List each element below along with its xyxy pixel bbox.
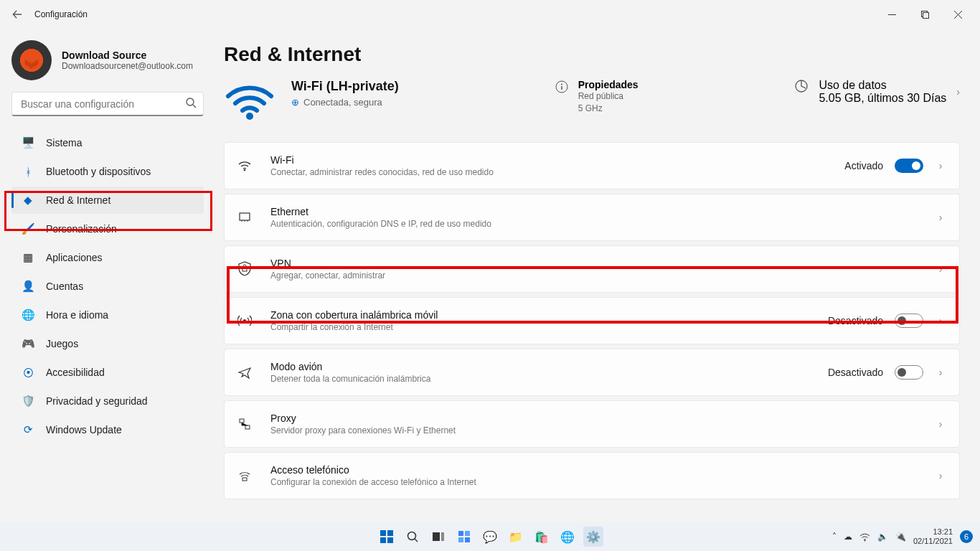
- svg-point-18: [408, 532, 416, 540]
- wifi-state-label: Activado: [844, 160, 883, 171]
- svg-rect-23: [458, 537, 463, 542]
- chat-button[interactable]: 💬: [480, 527, 500, 547]
- tray-onedrive-icon[interactable]: ☁: [844, 532, 852, 542]
- close-button[interactable]: [941, 3, 974, 26]
- taskbar-search-button[interactable]: [402, 527, 423, 547]
- card-sub: Agregar, conectar, administrar: [270, 270, 935, 281]
- accessibility-icon: ⦿: [20, 367, 36, 379]
- card-sub: Servidor proxy para conexiones Wi-Fi y E…: [270, 425, 935, 435]
- tray-battery-icon[interactable]: 🔌: [895, 532, 906, 542]
- nav-label: Privacidad y seguridad: [46, 395, 148, 407]
- nav-item-sistema[interactable]: 🖥️Sistema: [11, 129, 204, 156]
- svg-rect-22: [465, 531, 470, 536]
- card-sub: Autenticación, configuración DNS e IP, r…: [270, 219, 935, 229]
- explorer-button[interactable]: 📁: [506, 527, 526, 547]
- nav-item-privacidad[interactable]: 🛡️Privacidad y seguridad: [11, 387, 204, 415]
- chevron-right-icon: ›: [935, 212, 946, 223]
- maximize-button[interactable]: [908, 3, 941, 26]
- svg-point-7: [244, 169, 246, 171]
- edge-button[interactable]: 🌐: [557, 527, 578, 547]
- task-view-button[interactable]: [428, 527, 448, 547]
- wifi-toggle[interactable]: [895, 159, 923, 173]
- airplane-icon: [237, 365, 258, 380]
- wifi-status-block[interactable]: Wi-Fi (LH-private) ⊕Conectada, segura: [224, 79, 399, 122]
- svg-rect-9: [242, 268, 247, 271]
- chevron-right-icon: ›: [935, 263, 946, 275]
- back-button[interactable]: [6, 3, 29, 26]
- widgets-button[interactable]: [454, 527, 474, 547]
- nav-label: Cuentas: [46, 281, 83, 292]
- card-sub: Conectar, administrar redes conocidas, r…: [270, 167, 844, 177]
- card-wifi[interactable]: Wi-FiConectar, administrar redes conocid…: [224, 142, 960, 189]
- nav-item-juegos[interactable]: 🎮Juegos: [11, 330, 204, 357]
- card-proxy[interactable]: ProxyServidor proxy para conexiones Wi-F…: [224, 400, 960, 448]
- wifi-status-sub: ⊕Conectada, segura: [291, 97, 399, 108]
- account-email: Downloadsourcenet@outlook.com: [62, 61, 193, 71]
- nav-label: Juegos: [46, 338, 78, 349]
- nav-label: Hora e idioma: [46, 309, 108, 321]
- card-title: Zona con cobertura inalámbrica móvil: [270, 309, 828, 321]
- search-input[interactable]: [11, 92, 204, 116]
- svg-rect-21: [458, 531, 463, 536]
- start-button[interactable]: [377, 527, 397, 547]
- nav-item-red-internet[interactable]: ◆Red & Internet: [11, 187, 204, 214]
- wifi-icon: ◆: [20, 194, 36, 207]
- nav-item-aplicaciones[interactable]: ▦Aplicaciones: [11, 244, 204, 271]
- svg-rect-13: [242, 478, 247, 481]
- nav-label: Accesibilidad: [46, 367, 105, 378]
- properties-block[interactable]: Propiedades Red pública 5 GHz: [555, 79, 639, 115]
- nav-list: 🖥️Sistema ᚼBluetooth y dispositivos ◆Red…: [11, 129, 204, 443]
- nav-label: Personalización: [46, 223, 117, 235]
- card-ethernet[interactable]: EthernetAutenticación, configuración DNS…: [224, 194, 960, 241]
- tray-wifi-icon[interactable]: [859, 532, 870, 542]
- card-dialup[interactable]: Acceso telefónicoConfigurar la conexión …: [224, 452, 960, 499]
- data-usage-icon: [794, 79, 809, 93]
- globe-icon: ⊕: [291, 97, 299, 108]
- account-block[interactable]: Download Source Downloadsourcenet@outloo…: [11, 40, 204, 80]
- nav-item-cuentas[interactable]: 👤Cuentas: [11, 273, 204, 300]
- card-vpn[interactable]: VPNAgregar, conectar, administrar ›: [224, 245, 960, 293]
- card-airplane[interactable]: Modo aviónDetener toda la comunicación i…: [224, 349, 960, 396]
- store-button[interactable]: 🛍️: [532, 527, 552, 547]
- titlebar: Configuración: [0, 0, 980, 29]
- svg-rect-8: [240, 213, 250, 220]
- settings-taskbar-button[interactable]: ⚙️: [583, 527, 603, 547]
- tray-volume-icon[interactable]: 🔈: [877, 532, 888, 542]
- search-icon: [185, 97, 197, 108]
- tray-time: 13:21: [913, 527, 953, 537]
- system-tray: ˄ ☁ 🔈 🔌 13:21 02/11/2021 6: [832, 527, 980, 546]
- airplane-toggle[interactable]: [895, 365, 923, 380]
- nav-item-accesibilidad[interactable]: ⦿Accesibilidad: [11, 359, 204, 386]
- card-title: Acceso telefónico: [270, 464, 935, 476]
- avatar: [11, 40, 52, 80]
- card-title: Ethernet: [270, 206, 935, 217]
- svg-rect-24: [465, 537, 470, 542]
- notification-badge[interactable]: 6: [960, 530, 973, 543]
- svg-rect-20: [441, 532, 444, 541]
- bluetooth-icon: ᚼ: [20, 166, 36, 178]
- svg-point-10: [243, 319, 246, 322]
- card-title: VPN: [270, 258, 935, 269]
- gaming-icon: 🎮: [20, 337, 36, 350]
- card-title: Wi-Fi: [270, 154, 844, 166]
- proxy-icon: [237, 417, 258, 431]
- wifi-ssid: Wi-Fi (LH-private): [291, 79, 399, 94]
- tray-clock[interactable]: 13:21 02/11/2021: [913, 527, 953, 546]
- search-box[interactable]: [11, 92, 204, 116]
- nav-item-personalizacion[interactable]: 🖌️Personalización: [11, 215, 204, 242]
- nav-item-windows-update[interactable]: ⟳Windows Update: [11, 416, 204, 443]
- nav-item-bluetooth[interactable]: ᚼBluetooth y dispositivos: [11, 158, 204, 185]
- nav-label: Sistema: [46, 137, 83, 149]
- svg-rect-12: [245, 425, 250, 429]
- nav-label: Windows Update: [46, 424, 122, 435]
- minimize-button[interactable]: [875, 3, 908, 26]
- tray-chevron-icon[interactable]: ˄: [832, 532, 837, 542]
- card-hotspot[interactable]: Zona con cobertura inalámbrica móvilComp…: [224, 297, 960, 344]
- chevron-right-icon: ›: [935, 367, 946, 378]
- ethernet-icon: [237, 210, 258, 225]
- data-usage-block[interactable]: Uso de datos 5.05 GB, últimos 30 Días ›: [794, 79, 960, 105]
- nav-item-hora-idioma[interactable]: 🌐Hora e idioma: [11, 301, 204, 329]
- nav-label: Bluetooth y dispositivos: [46, 166, 151, 177]
- svg-point-25: [864, 540, 865, 541]
- hotspot-toggle[interactable]: [895, 314, 923, 328]
